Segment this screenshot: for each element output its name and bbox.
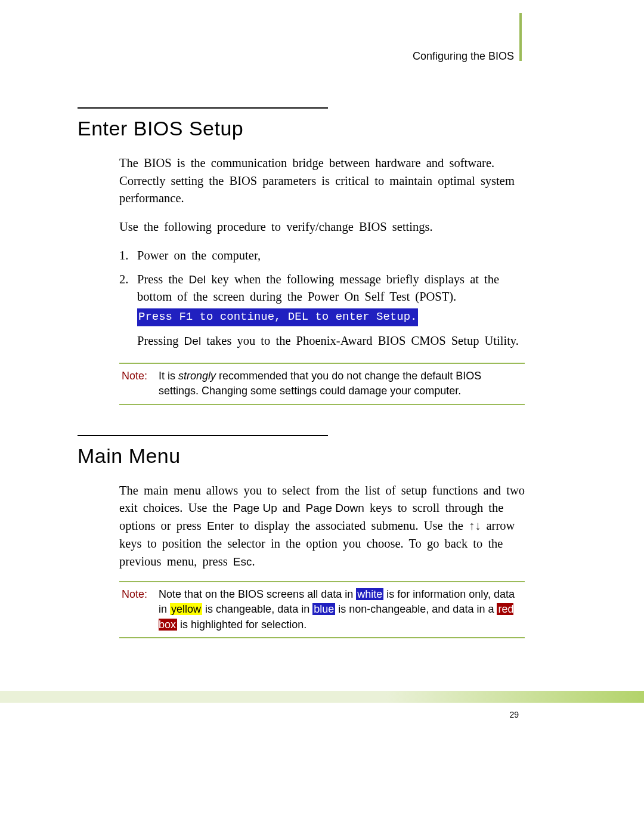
highlight-white: white xyxy=(356,588,383,600)
section2-body: The main menu allows you to select from … xyxy=(119,482,525,638)
n-e: is highlighted for selection. xyxy=(177,619,306,631)
list-item: 1. Power on the computer, xyxy=(119,247,525,265)
n-a: Note that on the BIOS screens all data i… xyxy=(159,588,356,600)
step-number: 1. xyxy=(119,247,137,265)
note-block: Note: Note that on the BIOS screens all … xyxy=(119,581,525,638)
step2-text-c1: Pressing xyxy=(137,334,184,347)
highlight-blue: blue xyxy=(312,603,335,615)
n-d: is non-changeable, and data in a xyxy=(335,603,497,615)
section-main-menu: Main Menu The main menu allows you to se… xyxy=(78,435,531,638)
section-enter-bios: Enter BIOS Setup The BIOS is the communi… xyxy=(78,107,531,405)
heading-main-menu: Main Menu xyxy=(78,444,531,468)
post-message-code: Press F1 to continue, DEL to enter Setup… xyxy=(137,308,418,326)
note-body: It is strongly recommended that you do n… xyxy=(159,369,522,398)
footer-gradient-bar xyxy=(0,691,644,703)
s2-b: and xyxy=(277,501,306,514)
s2-e: . xyxy=(252,555,255,568)
note-label: Note: xyxy=(122,587,159,632)
step2-body: Press the Del key when the following mes… xyxy=(137,271,525,350)
esc-key: Esc xyxy=(233,555,252,568)
heading-rule xyxy=(78,107,328,109)
header-accent-bar xyxy=(519,13,522,61)
step2-text-c2: takes you to the Phoenix-Award BIOS CMOS… xyxy=(201,334,519,347)
heading-rule xyxy=(78,435,328,436)
note-strongly: strongly xyxy=(178,370,216,382)
note-body: Note that on the BIOS screens all data i… xyxy=(159,587,522,632)
enter-key: Enter xyxy=(207,520,234,532)
pageup-key: Page Up xyxy=(233,502,277,514)
highlight-yellow: yellow xyxy=(170,603,202,615)
section1-para2: Use the following procedure to verify/ch… xyxy=(119,218,525,236)
note-text-a: It is xyxy=(159,370,178,382)
section1-body: The BIOS is the communication bridge bet… xyxy=(119,155,525,405)
n-c: is changeable, data in xyxy=(202,603,312,615)
section1-para1: The BIOS is the communication bridge bet… xyxy=(119,155,525,208)
del-key: Del xyxy=(184,335,202,347)
running-header: Configuring the BIOS xyxy=(413,50,514,63)
step2-text-a: Press the xyxy=(137,273,189,286)
heading-enter-bios: Enter BIOS Setup xyxy=(78,117,531,140)
steps-list: 1. Power on the computer, 2. Press the D… xyxy=(119,247,525,350)
section2-para: The main menu allows you to select from … xyxy=(119,482,525,571)
page-number: 29 xyxy=(509,710,519,719)
del-key: Del xyxy=(189,273,206,286)
page-content: Enter BIOS Setup The BIOS is the communi… xyxy=(78,107,531,662)
list-item: 2. Press the Del key when the following … xyxy=(119,271,525,350)
pagedown-key: Page Down xyxy=(306,502,364,514)
note-label: Note: xyxy=(122,369,159,398)
step-number: 2. xyxy=(119,271,137,350)
step1-text: Power on the computer, xyxy=(137,247,525,265)
note-block: Note: It is strongly recommended that yo… xyxy=(119,363,525,404)
